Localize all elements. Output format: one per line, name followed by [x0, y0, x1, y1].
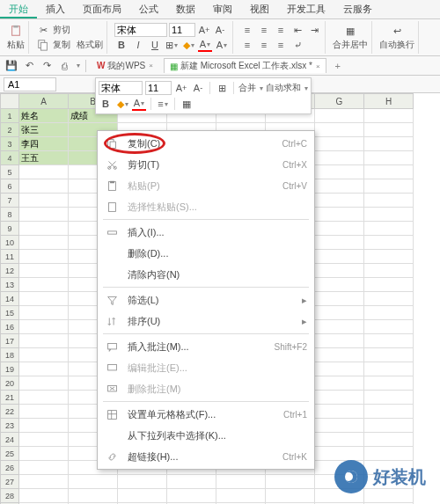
- cell-H22[interactable]: [364, 405, 414, 419]
- cell-A22[interactable]: [19, 405, 69, 419]
- select-all-corner[interactable]: [0, 93, 19, 109]
- cell-A24[interactable]: [19, 433, 69, 447]
- cell-H15[interactable]: [364, 306, 414, 320]
- cell-H4[interactable]: [364, 151, 414, 165]
- cell-A12[interactable]: [19, 264, 69, 278]
- row-header-28[interactable]: 28: [0, 489, 19, 503]
- tab-审阅[interactable]: 审阅: [204, 0, 241, 18]
- cell-G2[interactable]: [315, 123, 364, 137]
- cell-H10[interactable]: [364, 236, 414, 250]
- mini-align-icon[interactable]: ≡▾: [156, 97, 170, 111]
- cell-H14[interactable]: [364, 292, 414, 306]
- ctx-filter[interactable]: 筛选(L)▸: [98, 289, 314, 310]
- ctx-删除(D)...[interactable]: 删除(D)...: [98, 243, 314, 264]
- cell-G10[interactable]: [315, 236, 364, 250]
- font-color-icon[interactable]: A▾: [198, 38, 212, 52]
- cell-A16[interactable]: [19, 320, 69, 334]
- cell-C28[interactable]: [118, 489, 167, 503]
- row-header-12[interactable]: 12: [0, 264, 19, 278]
- cell-G9[interactable]: [315, 222, 364, 236]
- mini-dec-font-icon[interactable]: A-: [191, 81, 205, 95]
- row-header-15[interactable]: 15: [0, 306, 19, 320]
- row-header-6[interactable]: 6: [0, 179, 19, 194]
- cell-H2[interactable]: [364, 123, 414, 137]
- row-header-9[interactable]: 9: [0, 222, 19, 236]
- mini-fontcolor-icon[interactable]: A▾: [132, 97, 146, 111]
- cell-E28[interactable]: [216, 489, 266, 503]
- mini-format-icon[interactable]: ▦: [180, 97, 194, 111]
- cell-H13[interactable]: [364, 278, 414, 292]
- cell-G20[interactable]: [315, 376, 364, 391]
- col-header-H[interactable]: H: [364, 93, 414, 109]
- row-header-5[interactable]: 5: [0, 165, 19, 179]
- cell-A18[interactable]: [19, 348, 69, 362]
- cell-A15[interactable]: [19, 306, 69, 320]
- cell-H11[interactable]: [364, 250, 414, 264]
- increase-font-icon[interactable]: A+: [197, 23, 211, 37]
- tab-云服务[interactable]: 云服务: [334, 0, 381, 18]
- row-header-16[interactable]: 16: [0, 320, 19, 334]
- cell-A8[interactable]: [19, 208, 69, 222]
- row-header-21[interactable]: 21: [0, 391, 19, 405]
- bold-icon[interactable]: B: [114, 38, 128, 52]
- border-icon[interactable]: ⊞▾: [165, 38, 179, 52]
- cell-A17[interactable]: [19, 334, 69, 348]
- cell-G24[interactable]: [315, 433, 364, 447]
- fill-color-icon[interactable]: ◆▾: [181, 38, 195, 52]
- indent-inc-icon[interactable]: ⇥: [307, 23, 321, 37]
- row-header-17[interactable]: 17: [0, 334, 19, 348]
- cell-A25[interactable]: [19, 447, 69, 461]
- mini-inc-font-icon[interactable]: A+: [174, 81, 188, 95]
- tab-公式[interactable]: 公式: [130, 0, 167, 18]
- name-box[interactable]: [4, 77, 56, 91]
- add-tab-icon[interactable]: +: [332, 60, 344, 72]
- tab-数据[interactable]: 数据: [167, 0, 204, 18]
- ctx-清除内容(N)[interactable]: 清除内容(N): [98, 264, 314, 285]
- undo-icon[interactable]: ↶: [23, 60, 35, 72]
- row-header-26[interactable]: 26: [0, 461, 19, 475]
- decrease-font-icon[interactable]: A-: [213, 23, 227, 37]
- ctx-comment[interactable]: 插入批注(M)...Shift+F2: [98, 336, 314, 357]
- cell-A9[interactable]: [19, 222, 69, 236]
- cell-G11[interactable]: [315, 250, 364, 264]
- mini-fill-icon[interactable]: ◆▾: [115, 97, 129, 111]
- cell-F28[interactable]: [266, 489, 315, 503]
- row-header-1[interactable]: 1: [0, 109, 19, 123]
- cell-H21[interactable]: [364, 391, 414, 405]
- row-header-27[interactable]: 27: [0, 475, 19, 489]
- cell-H20[interactable]: [364, 376, 414, 391]
- cell-D27[interactable]: [167, 475, 216, 489]
- cut-icon[interactable]: ✂: [36, 23, 50, 37]
- cell-A7[interactable]: [19, 194, 69, 208]
- cell-H8[interactable]: [364, 208, 414, 222]
- cell-H16[interactable]: [364, 320, 414, 334]
- cell-A3[interactable]: 李四: [19, 137, 69, 151]
- row-header-8[interactable]: 8: [0, 208, 19, 222]
- ctx-cut[interactable]: 剪切(T)Ctrl+X: [98, 154, 314, 175]
- ctx-insert[interactable]: 插入(I)...: [98, 222, 314, 243]
- cell-G25[interactable]: [315, 447, 364, 461]
- align-right-icon[interactable]: ≡: [274, 38, 288, 52]
- underline-icon[interactable]: U: [148, 38, 162, 52]
- document-tab[interactable]: ▦新建 Microsoft Excel 工作表.xlsx *×: [164, 58, 326, 73]
- row-header-20[interactable]: 20: [0, 376, 19, 391]
- cell-A11[interactable]: [19, 250, 69, 264]
- align-center-icon[interactable]: ≡: [257, 38, 271, 52]
- cell-G15[interactable]: [315, 306, 364, 320]
- tab-开始[interactable]: 开始: [0, 0, 37, 18]
- col-header-G[interactable]: G: [315, 93, 364, 109]
- cell-G22[interactable]: [315, 405, 364, 419]
- ctx-sort[interactable]: 排序(U)▸: [98, 310, 314, 332]
- save-icon[interactable]: 💾: [5, 60, 18, 72]
- cell-B27[interactable]: [69, 475, 118, 489]
- tab-开发工具[interactable]: 开发工具: [278, 0, 334, 18]
- mini-border-icon[interactable]: ⊞: [215, 81, 229, 95]
- row-header-2[interactable]: 2: [0, 123, 19, 137]
- cell-H24[interactable]: [364, 433, 414, 447]
- row-header-18[interactable]: 18: [0, 348, 19, 362]
- cell-A28[interactable]: [19, 489, 69, 503]
- row-header-19[interactable]: 19: [0, 362, 19, 376]
- ctx-copy[interactable]: 复制(C)Ctrl+C: [98, 133, 314, 154]
- cell-F27[interactable]: [266, 475, 315, 489]
- print-icon[interactable]: ⎙: [58, 60, 70, 72]
